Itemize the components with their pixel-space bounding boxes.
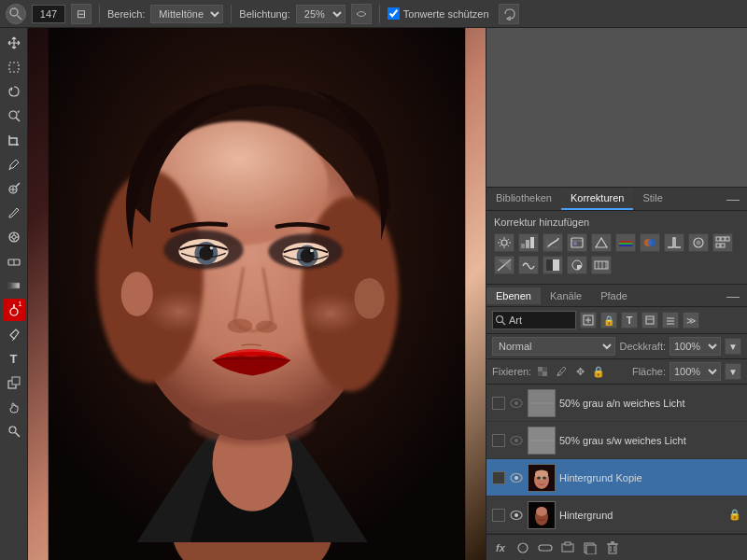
- korrektur-channel-mixer[interactable]: [712, 233, 733, 252]
- ebenen-icon-new[interactable]: [580, 312, 597, 329]
- tab-pfade[interactable]: Pfade: [591, 287, 637, 304]
- svg-point-118: [514, 513, 518, 517]
- ebenen-collapse-btn[interactable]: —: [719, 286, 747, 306]
- tab-kanaele[interactable]: Kanäle: [541, 287, 591, 304]
- tool-move[interactable]: [3, 32, 25, 54]
- layer-item-3[interactable]: Hintergrund Kopie: [486, 459, 747, 497]
- sep1: [99, 5, 100, 23]
- tool-quick-select[interactable]: [3, 105, 25, 127]
- korrektur-exposure[interactable]: [494, 256, 514, 274]
- flache-select[interactable]: 100% 75% 50%: [669, 362, 721, 381]
- protect-checkbox[interactable]: [388, 7, 400, 20]
- tool-eyedropper[interactable]: [3, 153, 25, 175]
- tool-shape[interactable]: [3, 371, 25, 394]
- layer4-checkbox[interactable]: [492, 509, 505, 522]
- opacity-chevron[interactable]: ▼: [725, 338, 741, 355]
- korrektur-selective-color[interactable]: [688, 233, 709, 252]
- layer-item-4[interactable]: Hintergrund 🔒: [486, 497, 747, 534]
- korrektur-color-balance[interactable]: [640, 233, 660, 252]
- fix-transparent[interactable]: [535, 364, 550, 379]
- ebenen-icon-lock[interactable]: 🔒: [600, 312, 617, 329]
- tool-spot-heal[interactable]: [3, 177, 25, 200]
- svg-rect-125: [565, 542, 571, 545]
- reset-icon[interactable]: [499, 4, 519, 24]
- korrektur-levels[interactable]: [518, 233, 539, 252]
- tool-gradient[interactable]: [3, 274, 25, 297]
- tab-korrekturen[interactable]: Korrekturen: [561, 188, 633, 210]
- korrektur-curves[interactable]: [543, 233, 563, 252]
- fix-move[interactable]: ✥: [572, 364, 587, 379]
- opacity-select[interactable]: 100% 75% 50% 25%: [669, 337, 721, 356]
- bottom-icon-mask[interactable]: [514, 539, 531, 556]
- korrektur-title: Korrektur hinzufügen: [494, 217, 740, 228]
- pressure-icon[interactable]: [351, 4, 372, 24]
- ebenen-icon-fx[interactable]: [641, 312, 658, 329]
- korrektur-threshold[interactable]: [664, 233, 684, 252]
- ebenen-icon-text[interactable]: T: [621, 312, 638, 329]
- tool-size-box[interactable]: 147: [32, 5, 65, 23]
- tool-text[interactable]: T: [3, 347, 25, 370]
- flache-chevron[interactable]: ▼: [725, 363, 741, 380]
- svg-line-55: [500, 239, 500, 240]
- tool-eraser[interactable]: [3, 250, 25, 273]
- tool-clone[interactable]: [3, 226, 25, 248]
- korrektur-gradient-map[interactable]: [591, 233, 612, 252]
- korrektur-hue-sat[interactable]: [615, 233, 636, 252]
- layer1-checkbox[interactable]: [492, 397, 505, 410]
- ebenen-icon-menu[interactable]: [662, 312, 679, 329]
- ebenen-icon-dots[interactable]: ≫: [683, 312, 699, 329]
- bottom-icon-adjust[interactable]: [537, 539, 554, 556]
- layer4-visibility[interactable]: [509, 508, 524, 523]
- layer2-visibility[interactable]: [509, 433, 524, 448]
- tool-brush[interactable]: [3, 202, 25, 224]
- exposure-select[interactable]: 25% 5% 10% 50%: [296, 5, 345, 23]
- sep3: [379, 5, 380, 23]
- svg-rect-127: [586, 545, 596, 554]
- tool-zoom[interactable]: [3, 420, 25, 442]
- bottom-icon-group[interactable]: [559, 539, 576, 556]
- tool-lasso[interactable]: [3, 80, 25, 103]
- area-select[interactable]: Mitteltöne Lichter Tiefen: [150, 5, 223, 23]
- panel-preview-area: [486, 28, 747, 188]
- tool-rect-select[interactable]: [3, 56, 25, 78]
- protect-label[interactable]: Tonwerte schützen: [388, 7, 489, 20]
- layer3-checkbox[interactable]: [492, 471, 505, 484]
- layer-item-1[interactable]: 50% grau a/n weiches Licht: [486, 385, 747, 422]
- bottom-icon-new-layer[interactable]: [582, 539, 599, 556]
- blend-mode-select[interactable]: Normal Multiplizieren Weiches Licht Nega…: [492, 337, 615, 356]
- korrektur-posterize[interactable]: [567, 256, 587, 274]
- tool-options-icon[interactable]: ⊟: [71, 4, 92, 24]
- korrektur-bw[interactable]: [543, 256, 563, 274]
- tool-icon-area: [6, 4, 26, 24]
- korrektur-invert[interactable]: [591, 256, 612, 274]
- korrektur-photo-filter[interactable]: [567, 233, 587, 252]
- korrektur-vibrance[interactable]: [518, 256, 539, 274]
- photo-canvas[interactable]: [28, 28, 486, 560]
- fix-all[interactable]: 🔒: [591, 364, 606, 379]
- layer2-checkbox[interactable]: [492, 434, 505, 447]
- tab-bibliotheken[interactable]: Bibliotheken: [486, 188, 561, 210]
- svg-point-9: [12, 235, 16, 239]
- svg-point-44: [310, 249, 314, 253]
- svg-rect-64: [571, 238, 583, 247]
- korrektur-brightness[interactable]: [494, 233, 514, 252]
- layer-item-2[interactable]: 50% grau s/w weiches Licht: [486, 422, 747, 459]
- layer2-thumb: [528, 427, 556, 455]
- canvas-area[interactable]: [28, 28, 486, 560]
- layer1-visibility[interactable]: [509, 396, 524, 411]
- panel-collapse-btn[interactable]: —: [719, 188, 747, 210]
- tab-ebenen[interactable]: Ebenen: [486, 287, 541, 304]
- tool-hand[interactable]: [3, 396, 25, 418]
- svg-rect-2: [9, 63, 19, 72]
- fix-draw[interactable]: 🖊: [554, 364, 569, 379]
- bottom-icon-delete[interactable]: [604, 539, 621, 556]
- face-artwork: [28, 28, 486, 560]
- bottom-icon-fx[interactable]: fx: [492, 539, 509, 556]
- tab-stile[interactable]: Stile: [633, 188, 671, 210]
- tool-dodge[interactable]: 1: [3, 299, 25, 321]
- svg-rect-60: [526, 240, 529, 248]
- layer3-visibility[interactable]: [509, 470, 524, 485]
- tool-crop[interactable]: [3, 129, 25, 151]
- tool-pen[interactable]: [3, 323, 25, 345]
- sep2: [231, 5, 232, 23]
